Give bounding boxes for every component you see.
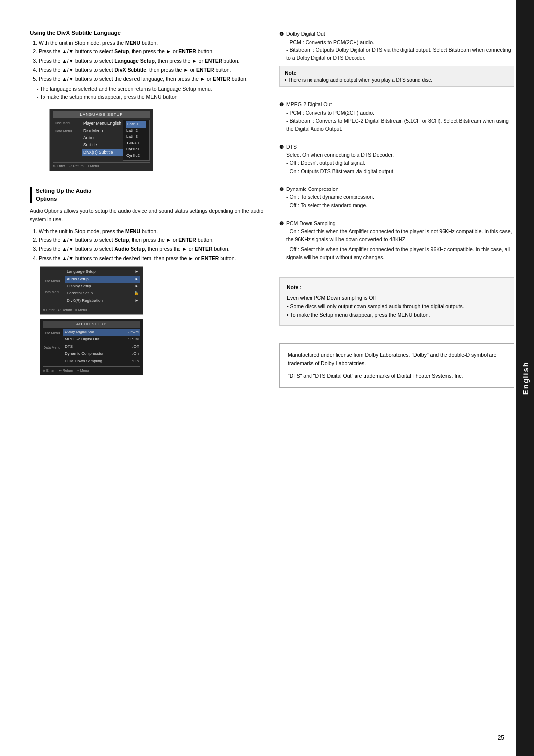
- setup-lang-arrow: ►: [135, 269, 139, 275]
- dolby-note-title: Note: [285, 70, 509, 76]
- dts-on: - On : Outputs DTS Bitstream via digital…: [279, 167, 514, 175]
- dts-intro: Select On when connecting to a DTS Decod…: [279, 151, 514, 159]
- mpeg-bitstream: - Bitstream : Converts to MPEG-2 Digital…: [279, 117, 514, 133]
- pcm-section: ❺ PCM Down Sampling - On : Select this w…: [279, 219, 514, 262]
- audio-section-title: Setting Up the AudioOptions: [30, 187, 265, 203]
- divx-step-2: Press the ▲/▼ buttons to select Setup, t…: [39, 47, 265, 55]
- large-note-line3: • To make the Setup menu disappear, pres…: [287, 311, 507, 319]
- submenu-latin1: Latin 1: [126, 121, 146, 128]
- audio-mpeg-label: MPEG-2 Digital Out: [65, 336, 99, 343]
- footer-enter: ⊕ Enter: [53, 164, 65, 169]
- audio-step-1: With the unit in Stop mode, press the ME…: [39, 227, 265, 235]
- audio-mpeg-value: : PCM: [128, 336, 139, 343]
- language-setup-menu: LANGUAGE SETUP Disc Menu Data Menu Playe…: [40, 105, 265, 175]
- audio-setup-header: AUDIO SETUP: [43, 321, 140, 328]
- mpeg-circle: ❷: [279, 102, 284, 107]
- footer-return3: ↩ Return: [59, 368, 73, 373]
- lang-menu-labels: Disc Menu Data Menu: [53, 120, 82, 161]
- lang-row-divx: DivX(R) Subtitle: [82, 149, 123, 156]
- dolby-note-text: • There is no analog audio output when y…: [285, 77, 509, 83]
- audio-row-dts: DTS: Off: [63, 343, 140, 351]
- lang-row-disc: Disc Menu: [82, 127, 123, 135]
- label-data-menu: Data Menu: [53, 128, 82, 135]
- divx-step-4: Press the ▲/▼ buttons to select DivX Sub…: [39, 66, 265, 74]
- dynamic-circle: ❹: [279, 187, 284, 192]
- setup-label-disc: Disc Menu: [43, 277, 63, 284]
- audio-dynamic-label: Dynamic Compression: [65, 351, 104, 357]
- label-disc-menu: Disc Menu: [53, 120, 82, 127]
- audio-labels: Disc Menu Data Menu: [43, 329, 63, 365]
- setup-parental-label: Parental Setup: [67, 290, 93, 297]
- audio-label-disc: Disc Menu: [43, 330, 63, 337]
- lang-submenu: Latin 1 Latin 2 Latin 3 Turkish Cyrillic…: [123, 120, 150, 161]
- lang-row-player: Player Menu English: [82, 120, 123, 127]
- pcm-title-line: ❺ PCM Down Sampling: [279, 219, 514, 228]
- audio-step-4: Press the ▲/▼ buttons to select the desi…: [39, 254, 265, 262]
- submenu-latin2: Latin 2: [126, 128, 146, 134]
- pcm-off: - Off : Select this when the Amplifier c…: [279, 245, 514, 262]
- large-note-box: Note : Even when PCM Down sampling is Of…: [279, 277, 514, 325]
- dynamic-section: ❹ Dynamic Compression - On : To select d…: [279, 185, 514, 209]
- audio-label-data: Data Menu: [43, 344, 63, 351]
- setup-divx-arrow: ►: [135, 298, 139, 304]
- footer-enter2: ⊕ Enter: [43, 307, 55, 313]
- large-note-line2: • Some discs will only output down sampl…: [287, 302, 507, 311]
- dynamic-off: - Off : To select the standard range.: [279, 201, 514, 209]
- divx-note-1: - The language is selected and the scree…: [37, 85, 265, 93]
- manufacturer-dolby: Manufactured under license from Dolby La…: [288, 351, 506, 368]
- submenu-cyrillic1: Cyrillic1: [126, 146, 146, 153]
- lang-row-audio-label: Audio: [83, 135, 94, 141]
- mpeg-pcm: - PCM : Converts to PCM(2CH) audio.: [279, 109, 514, 117]
- audio-intro: Audio Options allows you to setup the au…: [30, 207, 265, 223]
- pcm-circle: ❺: [279, 221, 284, 226]
- lang-menu-header: LANGUAGE SETUP: [53, 111, 150, 118]
- audio-setup-body: Disc Menu Data Menu Dolby Digital Out: P…: [43, 329, 140, 365]
- footer-return: ↩ Return: [69, 164, 84, 169]
- divx-step-5: Press the ▲/▼ buttons to select the desi…: [39, 75, 265, 83]
- submenu-cyrillic2: Cyrillic2: [126, 153, 146, 159]
- setup-row-audio: Audio Setup►: [65, 276, 140, 283]
- large-note-line1: Even when PCM Down sampling is Off: [287, 294, 507, 302]
- setup-lang-label: Language Setup: [67, 269, 96, 275]
- dolby-pcm: - PCM : Converts to PCM(2CH) audio.: [279, 38, 514, 46]
- lang-row-disc-label: Disc Menu: [83, 128, 103, 134]
- audio-row-pcm: PCM Down Sampling: On: [63, 358, 140, 365]
- lang-row-player-label: Player Menu: [83, 120, 107, 127]
- divx-section: Using the DivX Subtitle Language With th…: [30, 30, 265, 179]
- sidebar-english-text: English: [521, 361, 530, 395]
- dolby-circle: ❶: [279, 31, 284, 37]
- lang-row-subtitle: Subtitle: [82, 142, 123, 149]
- setup-display-arrow: ►: [135, 284, 139, 290]
- setup-labels: Disc Menu Data Menu: [43, 268, 63, 305]
- setup-divx-label: DivX(R) Registration: [67, 298, 103, 304]
- dts-title-line: ❸ DTS: [279, 143, 514, 151]
- setup-audio-label: Audio Setup: [67, 276, 89, 283]
- audio-setup-rows: Dolby Digital Out: PCM MPEG-2 Digital Ou…: [63, 329, 140, 365]
- manufacturer-dts: "DTS" and "DTS Digital Out" are trademar…: [288, 372, 506, 380]
- audio-row-mpeg: MPEG-2 Digital Out: PCM: [63, 336, 140, 343]
- audio-row-dynamic: Dynamic Compression: On: [63, 350, 140, 358]
- footer-menu2: ≡ Menu: [75, 307, 87, 313]
- large-note-title: Note :: [287, 284, 507, 292]
- footer-menu: ≡ Menu: [88, 164, 99, 169]
- setup-row-divx: DivX(R) Registration►: [65, 297, 140, 305]
- setup-menu-footer: ⊕ Enter ↩ Return ≡ Menu: [43, 306, 140, 313]
- setup-row-display: Display Setup►: [65, 283, 140, 290]
- manufacturer-box: Manufactured under license from Dolby La…: [279, 343, 514, 388]
- main-content: Using the DivX Subtitle Language With th…: [0, 0, 534, 756]
- dynamic-title-line: ❹ Dynamic Compression: [279, 185, 514, 193]
- setup-row-parental: Parental Setup🔒: [65, 290, 140, 297]
- audio-section: Setting Up the AudioOptions Audio Option…: [30, 187, 265, 377]
- lang-menu-main: Player Menu English Disc Menu Audio: [82, 120, 123, 161]
- dts-section: ❸ DTS Select On when connecting to a DTS…: [279, 143, 514, 175]
- audio-dts-label: DTS: [65, 344, 73, 350]
- submenu-turkish: Turkish: [126, 140, 146, 146]
- setup-audio-arrow: ►: [135, 276, 139, 283]
- audio-pcm-value: : On: [132, 358, 139, 365]
- mpeg-section: ❷ MPEG-2 Digital Out - PCM : Converts to…: [279, 100, 514, 133]
- audio-dolby-label: Dolby Digital Out: [65, 329, 94, 335]
- audio-dynamic-value: : On: [132, 351, 139, 357]
- setup-menu-img: Disc Menu Data Menu Language Setup► Audi…: [40, 266, 143, 315]
- mpeg-title-line: ❷ MPEG-2 Digital Out: [279, 100, 514, 109]
- left-column: Using the DivX Subtitle Language With th…: [30, 30, 265, 726]
